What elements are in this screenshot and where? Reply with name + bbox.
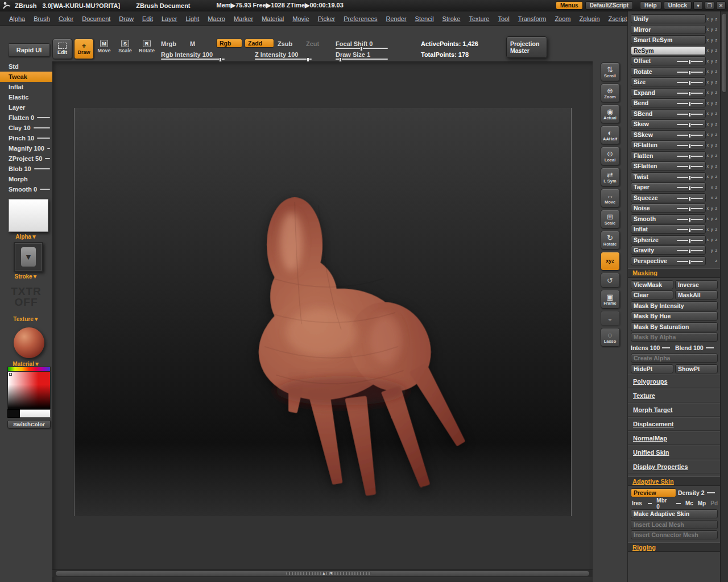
deform-slider[interactable]: RFlatten: [631, 140, 706, 149]
axes-toggle[interactable]: x y z: [706, 217, 718, 221]
deform-slider[interactable]: SFlatten: [631, 161, 706, 171]
transform-button[interactable]: ⇄ L Sym: [601, 168, 620, 186]
deform-slider-track[interactable]: [677, 187, 703, 188]
preview-button[interactable]: Preview: [631, 488, 676, 497]
axes-toggle[interactable]: x y z: [706, 153, 718, 157]
zadd-toggle[interactable]: Zadd: [245, 39, 274, 48]
deform-slider-track[interactable]: [677, 156, 703, 157]
clear-button[interactable]: Clear: [631, 290, 673, 300]
mask-by-hue-button[interactable]: Mask By Hue: [631, 311, 718, 321]
deform-slider-track[interactable]: [677, 261, 703, 262]
menu-item[interactable]: Picker: [318, 15, 336, 22]
transform-button[interactable]: ⊙ Local: [601, 147, 620, 165]
menu-item[interactable]: Tool: [498, 15, 509, 22]
deform-slider-track[interactable]: [677, 219, 703, 220]
mp-toggle[interactable]: Mp: [698, 500, 706, 506]
texture-off-thumbnail[interactable]: TXTR OFF: [0, 286, 52, 307]
draw-button[interactable]: + Draw: [74, 39, 94, 59]
menus-button[interactable]: Menus: [556, 1, 583, 10]
canvas-area[interactable]: ▲ ▼: [52, 61, 593, 582]
rgb-intensity-slider[interactable]: Rgb Intensity 100: [161, 51, 213, 58]
menu-item[interactable]: Zplugin: [580, 15, 600, 22]
axes-toggle[interactable]: x y z: [706, 69, 718, 73]
adaptive-skin-section-header[interactable]: Adaptive Skin: [628, 476, 720, 486]
axes-toggle[interactable]: x y z: [706, 238, 718, 242]
axes-toggle[interactable]: x y z: [706, 48, 718, 52]
transform-button[interactable]: ↻ Rotate: [601, 231, 620, 250]
transform-button[interactable]: ◐ AAHalf: [601, 126, 620, 144]
brush-value-slider[interactable]: [47, 148, 50, 149]
axes-toggle[interactable]: x y z: [706, 101, 718, 105]
mask-by-intensity-button[interactable]: Mask By Intensity: [631, 301, 718, 310]
palette-section-link[interactable]: Displacement: [628, 417, 720, 431]
brush-value-slider[interactable]: [40, 189, 50, 190]
focal-shift-slider[interactable]: Focal Shift 0: [336, 40, 373, 47]
mc-toggle[interactable]: Mc: [685, 500, 693, 506]
menu-item[interactable]: Zoom: [555, 15, 570, 22]
brush-value-slider[interactable]: [37, 117, 50, 118]
maskall-button[interactable]: MaskAll: [675, 290, 718, 300]
menu-item[interactable]: Transform: [518, 15, 547, 22]
menu-item[interactable]: Material: [262, 15, 284, 22]
transform-button[interactable]: ↔ Move: [601, 189, 620, 207]
viewmask-button[interactable]: ViewMask: [631, 280, 673, 289]
transform-button[interactable]: ⊕ Zoom: [601, 84, 620, 102]
switch-color-button[interactable]: SwitchColor: [7, 420, 51, 429]
axes-toggle[interactable]: x z: [706, 185, 718, 189]
brush-row[interactable]: Tweak: [0, 72, 52, 82]
menu-item[interactable]: Light: [186, 15, 200, 22]
deform-slider-track[interactable]: [677, 135, 703, 136]
deform-slider[interactable]: SBend: [631, 109, 706, 118]
axes-toggle[interactable]: x y z: [706, 164, 718, 168]
axes-toggle[interactable]: x y z: [706, 90, 718, 94]
brush-row[interactable]: Clay 10: [0, 123, 52, 133]
deform-slider-track[interactable]: [677, 61, 703, 62]
deform-slider[interactable]: Perspective: [631, 256, 706, 265]
menu-item[interactable]: Layer: [162, 15, 177, 22]
menu-item[interactable]: Marker: [234, 15, 253, 22]
deform-button[interactable]: Mirror: [631, 25, 706, 34]
menu-item[interactable]: Stencil: [415, 15, 434, 22]
palette-section-link[interactable]: Texture: [628, 389, 720, 402]
deform-button[interactable]: Smart ReSym: [631, 35, 706, 44]
deform-slider[interactable]: Gravity: [631, 246, 706, 255]
menu-item[interactable]: Texture: [469, 15, 489, 22]
horizontal-scrollbar-track[interactable]: ▲ ▼: [56, 571, 589, 576]
menu-item[interactable]: Edit: [142, 15, 153, 22]
deform-slider-track[interactable]: [677, 82, 703, 83]
deform-slider-track[interactable]: [677, 208, 703, 209]
axes-toggle[interactable]: x y z: [706, 59, 718, 63]
mbr-slider[interactable]: Mbr 0: [656, 497, 671, 510]
z-intensity-slider[interactable]: Z Intensity 100: [255, 51, 298, 58]
deform-slider[interactable]: Smooth: [631, 214, 706, 223]
z-intensity-track[interactable]: [255, 59, 312, 60]
transform-button[interactable]: xyz: [601, 252, 620, 271]
move-button[interactable]: M Move: [96, 40, 113, 53]
menu-item[interactable]: Alpha: [9, 15, 25, 22]
brush-value-slider[interactable]: [45, 158, 50, 159]
axes-toggle[interactable]: x y z: [706, 122, 718, 126]
deform-slider-track[interactable]: [677, 72, 703, 73]
edit-button[interactable]: Edit: [52, 39, 72, 59]
deform-slider[interactable]: Bend: [631, 98, 706, 107]
saturation-value-box[interactable]: [7, 372, 51, 409]
axes-toggle[interactable]: x y z: [706, 111, 718, 115]
menu-item[interactable]: Preferences: [344, 15, 377, 22]
sculpted-hand-model[interactable]: [75, 108, 571, 516]
axes-toggle[interactable]: x y z: [706, 143, 718, 147]
deform-slider[interactable]: Taper: [631, 182, 706, 192]
projection-master-button[interactable]: Projection Master: [506, 36, 547, 58]
help-button[interactable]: Help: [640, 1, 661, 10]
deform-button[interactable]: Unify: [631, 14, 706, 23]
zsub-toggle[interactable]: Zsub: [278, 40, 292, 47]
deform-slider-track[interactable]: [677, 250, 703, 251]
ires-slider[interactable]: Ires: [632, 500, 642, 506]
axes-toggle[interactable]: x y z: [706, 174, 718, 178]
density-slider[interactable]: Density 2: [678, 488, 718, 497]
rgb-toggle[interactable]: Rgb: [216, 39, 242, 48]
deform-slider-track[interactable]: [677, 240, 703, 241]
deform-slider[interactable]: Size: [631, 77, 706, 86]
deform-slider-track[interactable]: [677, 145, 703, 146]
deform-slider-track[interactable]: [677, 177, 703, 178]
m-toggle[interactable]: M: [190, 40, 195, 47]
